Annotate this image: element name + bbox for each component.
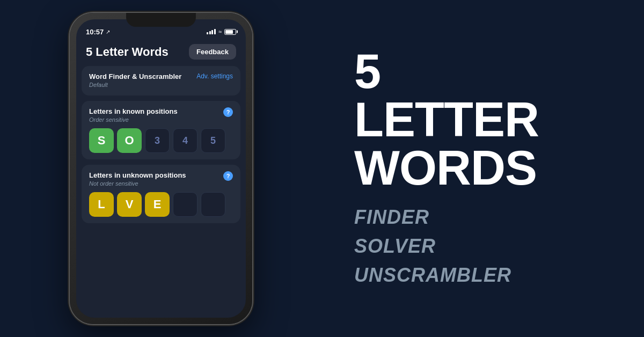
word-finder-title: Word Finder & Unscrambler	[89, 72, 181, 80]
signal-bar-2	[209, 31, 211, 34]
sub-title-1: FINDER	[354, 203, 612, 232]
signal-bar-3	[211, 30, 213, 34]
known-positions-card: Letters in known positions Order sensiti…	[82, 101, 240, 159]
tile-s[interactable]: S	[89, 128, 114, 153]
sub-titles: FINDER SOLVER UNSCRAMBLER	[354, 203, 612, 290]
status-time: 10:57	[86, 28, 104, 36]
feedback-button[interactable]: Feedback	[189, 44, 236, 60]
word-finder-card: Word Finder & Unscrambler Default Adv. s…	[82, 66, 240, 96]
sub-title-3: UNSCRAMBLER	[354, 261, 612, 290]
unknown-positions-title-group: Letters in unknown positions Not order s…	[89, 171, 186, 187]
app-header: 5 Letter Words Feedback	[76, 39, 246, 66]
signal-bars	[207, 29, 216, 34]
text-section: 5 LETTER WORDS FINDER SOLVER UNSCRAMBLER	[322, 0, 644, 337]
wifi-icon: ≈	[218, 28, 222, 35]
word-finder-title-group: Word Finder & Unscrambler Default	[89, 72, 181, 88]
status-icons: ≈	[207, 28, 236, 35]
unknown-positions-card: Letters in unknown positions Not order s…	[82, 165, 240, 223]
big-title: 5 LETTER WORDS	[354, 47, 612, 192]
unknown-positions-help-icon[interactable]: ?	[223, 171, 233, 181]
adv-settings-link[interactable]: Adv. settings	[196, 72, 233, 80]
title-line2: WORDS	[354, 141, 537, 195]
signal-bar-4	[214, 29, 216, 34]
known-positions-title: Letters in known positions	[89, 107, 178, 115]
tile-v[interactable]: V	[117, 192, 142, 217]
word-finder-subtitle: Default	[89, 82, 181, 88]
phone-screen: 10:57 ↗ ≈ 5 Le	[76, 19, 246, 318]
known-positions-tiles: S O 3 4 5	[89, 128, 233, 153]
unknown-positions-tiles: L V E	[89, 192, 233, 217]
big-number: 5	[354, 45, 380, 98]
battery-icon	[224, 29, 236, 35]
word-finder-header-row: Word Finder & Unscrambler Default Adv. s…	[89, 72, 233, 88]
unknown-positions-title: Letters in unknown positions	[89, 171, 186, 179]
battery-fill	[225, 30, 233, 34]
tile-3[interactable]: 3	[145, 128, 170, 153]
known-positions-subtitle: Order sensitive	[89, 116, 178, 123]
tile-l[interactable]: L	[89, 192, 114, 217]
tile-5[interactable]: 5	[201, 128, 225, 153]
tile-e[interactable]: E	[145, 192, 170, 217]
phone-frame: 10:57 ↗ ≈ 5 Le	[70, 13, 252, 324]
signal-bar-1	[207, 32, 208, 34]
phone-notch	[126, 13, 196, 27]
known-positions-title-group: Letters in known positions Order sensiti…	[89, 107, 178, 123]
unknown-positions-header-row: Letters in unknown positions Not order s…	[89, 171, 233, 187]
tile-4[interactable]: 4	[173, 128, 197, 153]
known-positions-help-icon[interactable]: ?	[223, 107, 233, 117]
title-line1: LETTER	[354, 93, 539, 146]
location-icon: ↗	[106, 29, 110, 35]
phone-section: 10:57 ↗ ≈ 5 Le	[0, 0, 322, 337]
known-positions-header-row: Letters in known positions Order sensiti…	[89, 107, 233, 123]
tile-o[interactable]: O	[117, 128, 142, 153]
sub-title-2: SOLVER	[354, 232, 612, 261]
tile-empty-1[interactable]	[173, 192, 197, 217]
unknown-positions-subtitle: Not order sensitive	[89, 180, 186, 187]
app-title: 5 Letter Words	[86, 45, 169, 59]
tile-empty-2[interactable]	[201, 192, 225, 217]
